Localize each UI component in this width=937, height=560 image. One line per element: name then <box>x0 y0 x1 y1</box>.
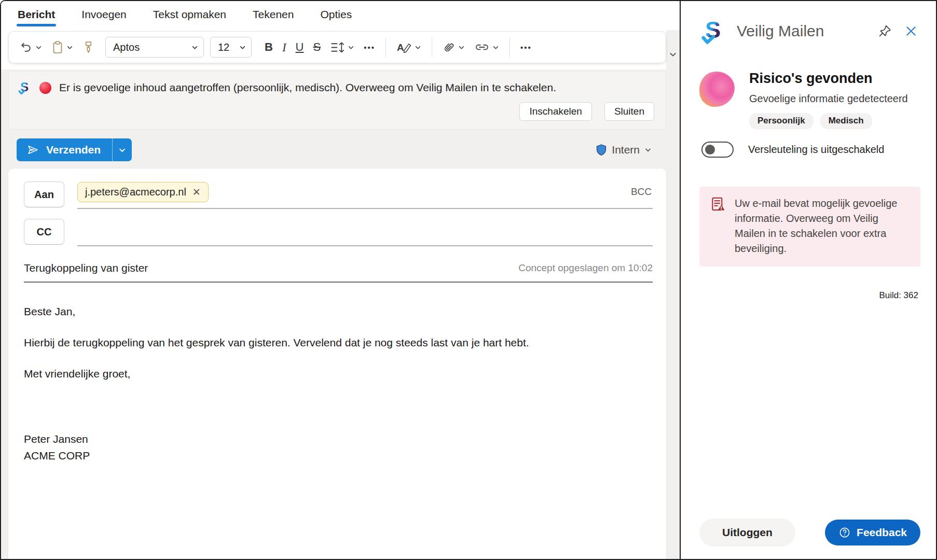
more-commands-button[interactable]: ••• <box>517 40 535 55</box>
panel-footer: Uitloggen Feedback <box>699 519 920 547</box>
body-paragraph: Hierbij de terugkoppeling van het gespre… <box>24 334 653 351</box>
feedback-label: Feedback <box>857 526 907 539</box>
tab-tekenen[interactable]: Tekenen <box>252 7 295 28</box>
bold-button[interactable]: B <box>261 38 277 57</box>
subject-input[interactable]: Terugkoppeling van gister <box>24 262 148 274</box>
undo-button[interactable] <box>16 37 46 58</box>
chevron-down-icon <box>239 44 246 51</box>
bcc-toggle[interactable]: BCC <box>631 186 653 198</box>
italic-button[interactable]: I <box>279 38 290 57</box>
chevron-down-icon <box>66 44 73 51</box>
encryption-toggle[interactable] <box>701 142 734 158</box>
underline-icon: U <box>296 41 304 53</box>
svg-text:A: A <box>397 42 404 53</box>
ribbon: Aptos 12 B I U S ••• A <box>1 30 666 69</box>
outlook-window: Bericht Invoegen Tekst opmaken Tekenen O… <box>0 0 937 560</box>
signature-company: ACME CORP <box>24 447 653 464</box>
formatting-toolbar: Aptos 12 B I U S ••• A <box>8 31 666 63</box>
toolbar-divider <box>432 37 432 57</box>
tag-medisch: Medisch <box>820 113 872 129</box>
message-body-editor[interactable]: Beste Jan, Hierbij de terugkoppeling van… <box>24 283 653 464</box>
italic-icon: I <box>282 41 286 53</box>
tab-label: Tekenen <box>253 8 294 20</box>
font-size-select[interactable]: 12 <box>210 37 252 58</box>
line-spacing-button[interactable] <box>326 37 358 58</box>
risk-tags: Persoonlijk Medisch <box>749 113 908 129</box>
recipient-chip[interactable]: j.peters@acmecorp.nl ✕ <box>77 182 209 202</box>
tag-persoonlijk: Persoonlijk <box>749 113 814 129</box>
sensitivity-label: Intern <box>612 144 640 156</box>
chevron-down-icon <box>644 146 652 153</box>
tab-label: Opties <box>320 8 352 20</box>
insert-link-button[interactable] <box>471 37 503 57</box>
strikethrough-icon: S <box>313 41 321 53</box>
line-spacing-icon <box>330 41 345 54</box>
sensitivity-selector[interactable]: Intern <box>596 144 652 156</box>
compose-pane: Bericht Invoegen Tekst opmaken Tekenen O… <box>1 1 680 559</box>
text-effects-icon: A <box>396 40 412 54</box>
draft-saved-status: Concept opgeslagen om 10:02 <box>518 262 653 274</box>
pin-icon <box>877 24 892 38</box>
build-number: Build: 362 <box>699 290 920 301</box>
remove-recipient-icon[interactable]: ✕ <box>192 186 201 198</box>
subject-row: Terugkoppeling van gister Concept opgesl… <box>24 255 653 283</box>
cc-button[interactable]: CC <box>24 219 64 245</box>
send-button[interactable]: Verzenden <box>17 138 112 161</box>
dismiss-banner-button[interactable]: Sluiten <box>604 102 654 121</box>
panel-title: Veilig Mailen <box>737 22 875 40</box>
to-field[interactable]: j.peters@acmecorp.nl ✕ BCC <box>77 180 653 209</box>
send-plane-icon <box>26 144 39 156</box>
text-effects-button[interactable]: A <box>393 37 425 58</box>
to-button[interactable]: Aan <box>24 181 64 207</box>
banner-message: Er is gevoelige inhoud aangetroffen (per… <box>59 81 556 94</box>
risk-subtitle: Gevoelige informatie gedetecteerd <box>749 93 908 105</box>
chevron-down-icon <box>348 44 354 51</box>
pin-panel-button[interactable] <box>875 21 894 41</box>
format-painter-button[interactable] <box>79 37 98 58</box>
toggle-knob <box>705 145 715 155</box>
cc-field[interactable] <box>77 217 653 246</box>
paste-button[interactable] <box>48 37 77 58</box>
tab-tekst-opmaken[interactable]: Tekst opmaken <box>152 7 227 28</box>
link-icon <box>474 41 490 53</box>
send-row: Verzenden Intern <box>8 138 666 161</box>
veilig-mailen-panel: S Veilig Mailen Risico's gevonden Gevoel… <box>680 1 936 559</box>
clipboard-icon <box>51 40 64 54</box>
attach-file-button[interactable] <box>439 37 469 58</box>
alert-message: Uw e-mail bevat mogelijk gevoelige infor… <box>735 196 911 256</box>
body-closing: Met vriendelijke groet, <box>24 366 653 382</box>
toolbar-divider <box>509 37 510 57</box>
strikethrough-button[interactable]: S <box>309 38 324 57</box>
to-row: Aan j.peters@acmecorp.nl ✕ BCC <box>24 180 653 209</box>
close-icon <box>904 24 918 38</box>
tab-invoegen[interactable]: Invoegen <box>80 7 127 28</box>
risk-section: Risico's gevonden Gevoelige informatie g… <box>699 69 920 129</box>
ribbon-collapse-chevron[interactable] <box>669 50 677 59</box>
encryption-toggle-row: Versleuteling is uitgeschakeld <box>701 142 920 158</box>
close-panel-button[interactable] <box>902 22 920 40</box>
document-warning-icon <box>710 196 726 256</box>
chevron-down-icon <box>35 44 42 51</box>
logout-button[interactable]: Uitloggen <box>699 519 795 547</box>
tab-label: Tekst opmaken <box>153 8 226 20</box>
chevron-down-icon <box>191 44 198 51</box>
send-options-dropdown[interactable] <box>112 138 132 161</box>
tab-opties[interactable]: Opties <box>319 7 353 28</box>
underline-button[interactable]: U <box>292 38 308 57</box>
encryption-label: Versleuteling is uitgeschakeld <box>748 144 884 156</box>
panel-header: S Veilig Mailen <box>699 17 920 46</box>
font-family-select[interactable]: Aptos <box>105 37 204 58</box>
send-label: Verzenden <box>46 144 101 156</box>
feedback-button[interactable]: Feedback <box>825 520 920 545</box>
recipient-address: j.peters@acmecorp.nl <box>85 186 186 198</box>
more-formatting-button[interactable]: ••• <box>360 40 379 55</box>
chevron-down-icon <box>458 44 465 51</box>
sensitive-content-banner: S Er is gevoelige inhoud aangetroffen (p… <box>8 71 666 130</box>
veilig-mailen-logo-icon: S <box>17 80 32 95</box>
toolbar-divider <box>385 37 386 57</box>
ellipsis-icon: ••• <box>364 44 375 51</box>
enable-veilig-mailen-button[interactable]: Inschakelen <box>519 102 591 121</box>
cc-row: CC <box>24 217 653 246</box>
chevron-down-icon <box>415 44 421 51</box>
tab-bericht[interactable]: Bericht <box>17 7 56 28</box>
